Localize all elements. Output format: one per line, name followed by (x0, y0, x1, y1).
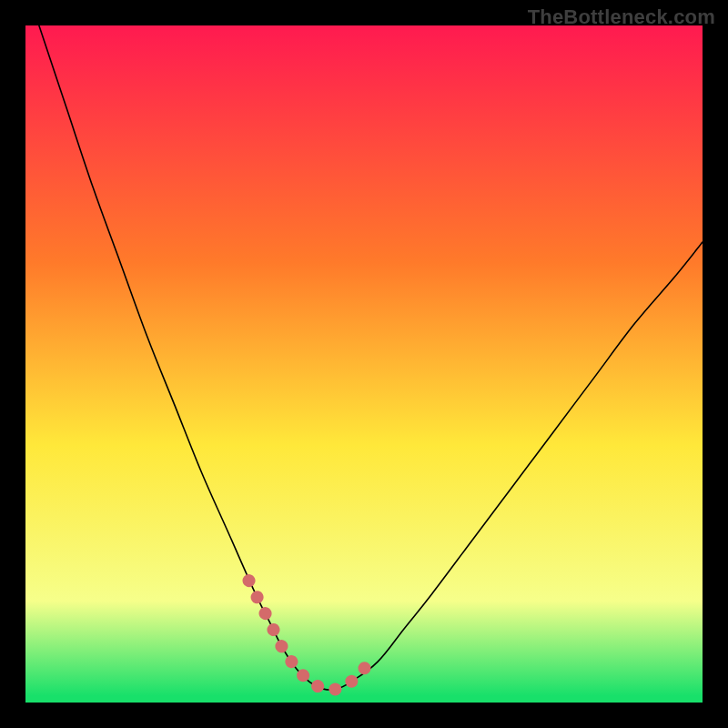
plot-svg (25, 25, 703, 703)
svg-rect-0 (25, 25, 703, 703)
chart-frame: TheBottleneck.com (0, 0, 728, 728)
watermark-text: TheBottleneck.com (528, 5, 715, 29)
plot-area (25, 25, 703, 703)
